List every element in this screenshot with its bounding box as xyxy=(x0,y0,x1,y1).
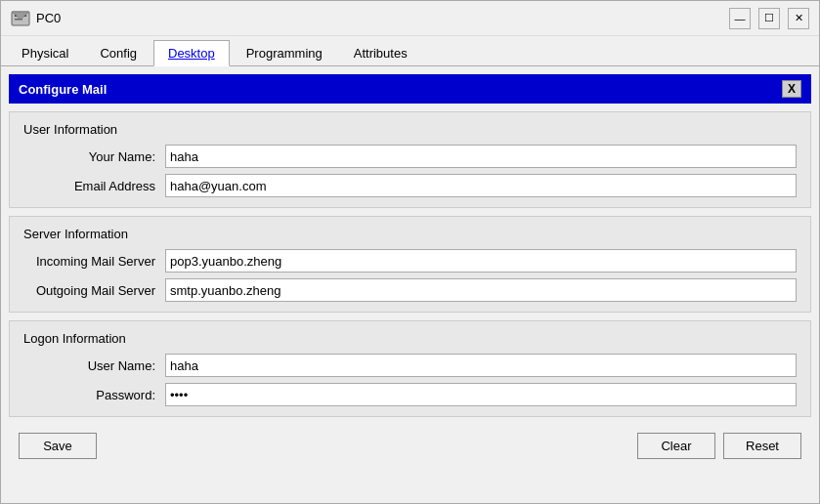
reset-button[interactable]: Reset xyxy=(723,433,801,459)
tab-physical[interactable]: Physical xyxy=(7,40,83,65)
outgoing-mail-row: Outgoing Mail Server xyxy=(23,278,797,302)
email-address-row: Email Address xyxy=(23,174,797,197)
outgoing-mail-label: Outgoing Mail Server xyxy=(23,283,165,298)
tab-attributes[interactable]: Attributes xyxy=(339,40,422,65)
user-information-section: User Information Your Name: Email Addres… xyxy=(9,111,811,208)
server-information-section: Server Information Incoming Mail Server … xyxy=(9,216,811,313)
password-input[interactable] xyxy=(165,383,797,406)
email-address-input[interactable] xyxy=(165,174,797,197)
username-row: User Name: xyxy=(23,354,797,377)
tab-desktop[interactable]: Desktop xyxy=(153,40,230,66)
configure-mail-header: Configure Mail X xyxy=(9,74,811,104)
title-bar: PC0 — ☐ ✕ xyxy=(1,1,819,36)
main-window: PC0 — ☐ ✕ Physical Config Desktop Progra… xyxy=(0,0,820,504)
your-name-row: Your Name: xyxy=(23,145,797,168)
maximize-button[interactable]: ☐ xyxy=(758,8,780,29)
username-input[interactable] xyxy=(165,354,797,377)
outgoing-mail-input[interactable] xyxy=(165,278,797,302)
password-row: Password: xyxy=(23,383,797,406)
btn-group-right: Clear Reset xyxy=(637,433,801,459)
minimize-button[interactable]: — xyxy=(729,8,751,29)
server-info-title: Server Information xyxy=(23,227,797,241)
incoming-mail-label: Incoming Mail Server xyxy=(23,254,165,269)
your-name-input[interactable] xyxy=(165,145,797,168)
user-info-title: User Information xyxy=(23,122,797,137)
clear-button[interactable]: Clear xyxy=(637,433,715,459)
incoming-mail-row: Incoming Mail Server xyxy=(23,249,797,273)
tab-programming[interactable]: Programming xyxy=(232,40,337,65)
title-bar-controls: — ☐ ✕ xyxy=(729,8,809,29)
tab-bar: Physical Config Desktop Programming Attr… xyxy=(1,36,819,66)
configure-mail-close-button[interactable]: X xyxy=(782,80,801,98)
window-title: PC0 xyxy=(36,11,61,25)
configure-mail-title: Configure Mail xyxy=(19,82,107,97)
username-label: User Name: xyxy=(23,358,165,373)
email-address-label: Email Address xyxy=(23,179,165,193)
logon-info-title: Logon Information xyxy=(23,331,797,346)
content-area: Configure Mail X User Information Your N… xyxy=(1,66,819,503)
title-bar-left: PC0 xyxy=(11,9,61,28)
incoming-mail-input[interactable] xyxy=(165,249,797,273)
window-close-button[interactable]: ✕ xyxy=(788,8,809,29)
tab-config[interactable]: Config xyxy=(85,40,151,65)
save-button[interactable]: Save xyxy=(19,433,97,459)
button-bar: Save Clear Reset xyxy=(9,425,811,469)
password-label: Password: xyxy=(23,388,165,402)
app-icon xyxy=(11,9,30,28)
your-name-label: Your Name: xyxy=(23,149,165,164)
logon-information-section: Logon Information User Name: Password: xyxy=(9,320,811,417)
